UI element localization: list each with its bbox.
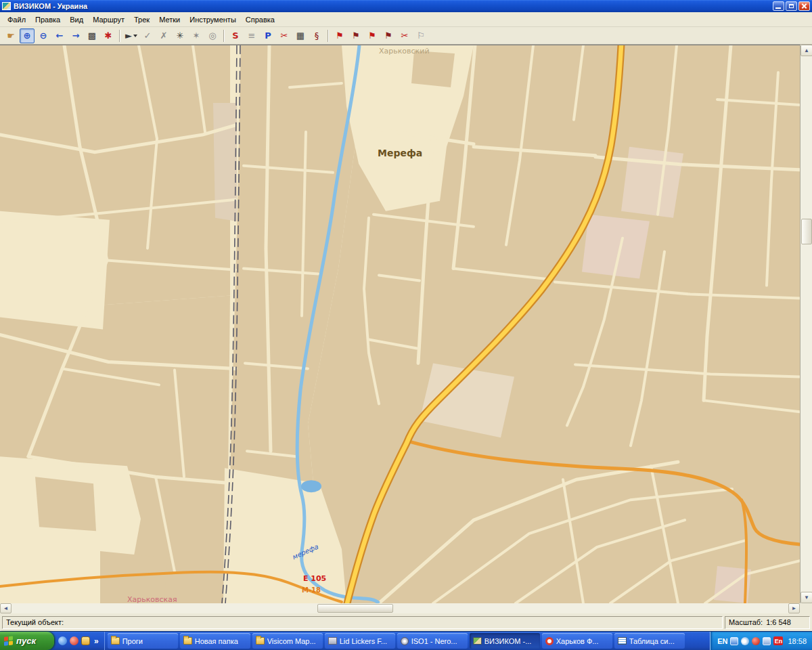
zoom-out-icon: ⊖ (40, 31, 47, 40)
file-icon (328, 637, 337, 645)
star-icon: ✶ (193, 31, 200, 40)
taskbar-task-lid-lickers[interactable]: Lid Lickers F... (325, 633, 395, 649)
map-viewport[interactable]: Харьковский Мерефа мерефа Е 105 М-18 Хар… (0, 45, 800, 603)
horizontal-scroll-thumb[interactable] (317, 604, 393, 613)
quick-launch-browser-icon[interactable] (58, 636, 67, 645)
quick-launch-more-button[interactable]: » (93, 636, 100, 646)
minimize-icon (775, 7, 781, 9)
taskbar-task-nero[interactable]: ISO1 - Nero... (397, 633, 468, 649)
street-label: Харьковская (127, 595, 177, 603)
vertical-scroll-track[interactable] (800, 56, 812, 592)
scale-label: Масштаб: (729, 618, 763, 626)
menu-file[interactable]: Файл (3, 14, 30, 26)
menu-tools[interactable]: Инструменты (185, 14, 241, 26)
scroll-left-button[interactable]: ◄ (0, 603, 12, 613)
measure-check-button[interactable]: ✓ (140, 28, 155, 43)
dropdown-arrow-icon (133, 35, 137, 37)
star-node-button[interactable]: ✶ (189, 28, 204, 43)
horizontal-scroll-track[interactable] (12, 603, 788, 613)
flag-move-button[interactable]: ⚑ (365, 28, 380, 43)
flag-add-button[interactable]: ⚑ (332, 28, 347, 43)
title-bar: ВИЗИКОМ - Украина (0, 0, 812, 12)
taskbar-task-kharkov[interactable]: Харьков Ф... (542, 633, 612, 649)
volume-icon[interactable] (741, 637, 749, 645)
route-points-button[interactable]: ≡ (244, 28, 259, 43)
restore-button[interactable] (786, 1, 797, 11)
antivirus-icon[interactable] (752, 637, 760, 645)
back-button[interactable]: ← (52, 28, 67, 43)
browser-icon (545, 637, 554, 645)
minimize-button[interactable] (773, 1, 784, 11)
flag-cut-button[interactable]: ✂ (397, 28, 412, 43)
menu-edit[interactable]: Правка (30, 14, 65, 26)
task-label: Харьков Ф... (556, 637, 599, 645)
scroll-down-button[interactable]: ▼ (800, 592, 812, 603)
task-label: ISO1 - Nero... (411, 637, 457, 645)
start-button[interactable]: пуск (0, 632, 54, 650)
grid-icon: ▦ (296, 31, 304, 40)
app-icon (2, 2, 11, 10)
route-park-button[interactable]: P (261, 28, 275, 43)
folder-icon (183, 637, 192, 645)
task-label: ВИЗИКОМ -... (484, 637, 532, 645)
settlement-label: Мерефа (378, 148, 422, 158)
scroll-right-button[interactable]: ► (788, 603, 800, 613)
flag-edit-button[interactable]: ⚑ (348, 28, 363, 43)
poi-button[interactable]: ✱ (101, 28, 116, 43)
select-tool-button[interactable]: ► (124, 28, 139, 43)
overview-button[interactable]: ▩ (85, 28, 99, 43)
flag-clear-button[interactable]: ⚐ (413, 28, 428, 43)
menu-view[interactable]: Вид (65, 14, 88, 26)
zoom-in-button[interactable]: ⊕ (20, 28, 35, 43)
measure-cross-button[interactable]: ✗ (156, 28, 171, 43)
route-grid-button[interactable]: ▦ (293, 28, 308, 43)
folder-icon (111, 637, 120, 645)
forward-button[interactable]: → (68, 28, 83, 43)
task-label: Новая папка (195, 637, 238, 645)
quick-launch-folder-icon[interactable] (81, 636, 90, 645)
task-label: Lid Lickers F... (340, 637, 387, 645)
system-tray: EN En 18:58 (710, 632, 812, 650)
taskbar-task-table[interactable]: Таблица си... (614, 633, 685, 649)
taskbar-task-visicom-map[interactable]: Visicom Map... (252, 633, 323, 649)
taskbar-task-vizikom[interactable]: ВИЗИКОМ -... (470, 633, 540, 649)
menu-help[interactable]: Справка (241, 14, 279, 26)
route-e105-label: Е 105 (303, 574, 326, 583)
menu-route[interactable]: Маршрут (88, 14, 129, 26)
menu-marks[interactable]: Метки (154, 14, 185, 26)
taskbar-task-new-folder[interactable]: Новая папка (180, 633, 250, 649)
language-indicator[interactable]: EN (717, 637, 727, 645)
network-icon[interactable] (730, 637, 738, 645)
keyboard-layout-icon[interactable]: En (773, 636, 783, 645)
route-table-button[interactable]: § (309, 28, 324, 43)
pan-tool-button[interactable]: ☛ (3, 28, 18, 43)
menu-bar: Файл Правка Вид Маршрут Трек Метки Инстр… (0, 12, 812, 27)
vertical-scrollbar[interactable]: ▲ ▼ (800, 45, 812, 603)
map-icon (473, 637, 482, 645)
quick-launch: » (54, 632, 105, 650)
center-target-button[interactable]: ◎ (205, 28, 220, 43)
route-start-button[interactable]: S (228, 28, 243, 43)
scroll-up-button[interactable]: ▲ (800, 45, 812, 56)
clock: 18:58 (788, 637, 807, 645)
vertical-scroll-thumb[interactable] (801, 219, 812, 244)
folder-icon (256, 637, 265, 645)
route-cut-button[interactable]: ✂ (277, 28, 292, 43)
restore-icon (789, 4, 794, 8)
task-label: Таблица си... (629, 637, 675, 645)
flag-icon: ⚑ (368, 31, 376, 40)
check-icon: ✓ (144, 31, 152, 40)
horizontal-scrollbar[interactable]: ◄ ► (0, 603, 800, 613)
flag-list-button[interactable]: ⚑ (381, 28, 396, 43)
menu-track[interactable]: Трек (129, 14, 154, 26)
snap-node-button[interactable]: ✳ (173, 28, 187, 43)
asterisk-icon: ✳ (177, 31, 184, 40)
cursor-icon: ► (125, 31, 132, 40)
quick-launch-app-icon[interactable] (70, 636, 78, 645)
display-icon[interactable] (763, 637, 771, 645)
zoom-out-button[interactable]: ⊖ (36, 28, 51, 43)
zoom-in-icon: ⊕ (24, 31, 31, 40)
close-button[interactable] (798, 1, 810, 11)
taskbar-task-progi[interactable]: Проги (108, 633, 178, 649)
scrollbar-corner (800, 603, 812, 613)
